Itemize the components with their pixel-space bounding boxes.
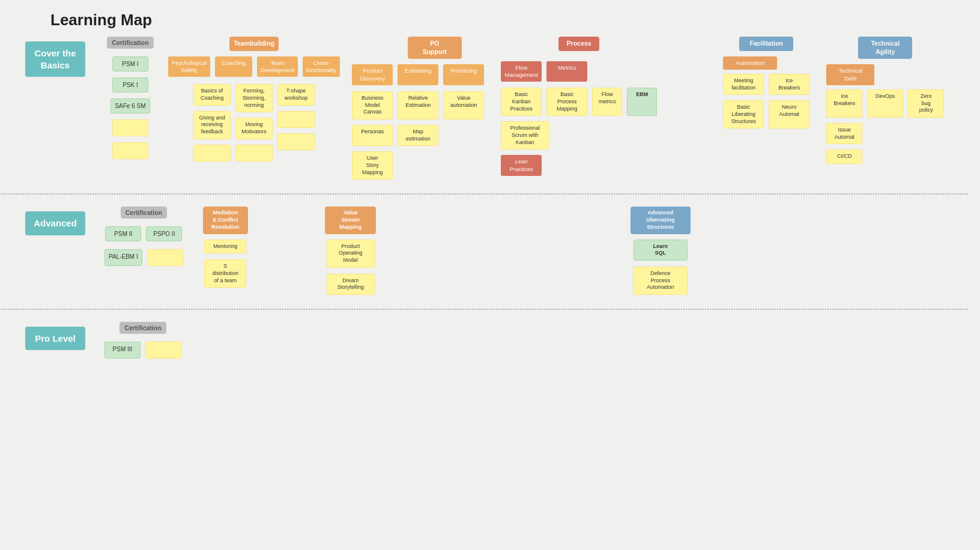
vsm-cards: ProductOperatingModel DreamStorytelling: [325, 238, 376, 297]
card-pal-ebm[interactable]: PAL-EBM I: [104, 249, 142, 266]
card-psm2[interactable]: PSM II: [105, 226, 141, 241]
col-tech-agility: TechnicalAgility TechnicalDebt IceBreake…: [825, 37, 945, 166]
col-process: Process FlowManagement Metrics BasicKanb…: [500, 37, 658, 178]
card-basic-kanban[interactable]: BasicKanbanPractices: [501, 88, 542, 116]
card-basic-liberating[interactable]: BasicLiberatingStructures: [723, 100, 764, 128]
card-zero-bug[interactable]: Zerobugpolicy: [908, 89, 944, 118]
col-facilitation: Facilitation Automation Meetingfacilitat…: [722, 37, 811, 132]
card-adv-blank[interactable]: [147, 249, 183, 266]
card-user-story-map[interactable]: UserStoryMapping: [352, 151, 393, 180]
card-cross-func[interactable]: Cross-functionality: [303, 56, 340, 77]
card-psk1[interactable]: PSK I: [112, 77, 148, 92]
card-dream-storytelling[interactable]: DreamStorytelling: [327, 274, 375, 295]
basics-columns: Certification PSM I PSK I SAFe 6 SM Team…: [103, 37, 968, 181]
card-cicd[interactable]: CI/CD: [826, 150, 862, 164]
card-automation[interactable]: Automation: [723, 56, 777, 70]
col-po-support: POSupport ProductDiscovery Estimating Pr…: [351, 37, 485, 181]
card-blank-tb2[interactable]: [235, 145, 273, 162]
card-issue-automat[interactable]: IssueAutomat: [826, 123, 862, 144]
cert-header-advanced: Certification: [121, 207, 167, 219]
card-estimating[interactable]: Estimating: [398, 64, 438, 85]
section-cover-basics: Cover theBasics Certification PSM I PSK …: [25, 37, 968, 181]
mediation-cards: Mentoring Sdistributionof a team: [203, 238, 247, 290]
header-adv-liberating: AdvancedUbernatingStructures: [631, 207, 691, 234]
card-coaching[interactable]: Coaching: [215, 56, 252, 77]
card-defence-process[interactable]: DefenceProcessAutomation: [634, 267, 688, 295]
card-giving-feedback[interactable]: Giving andreceivingfeedback: [193, 111, 231, 139]
card-cert-blank1[interactable]: [112, 119, 148, 136]
card-pro-blank[interactable]: [145, 342, 181, 358]
header-process: Process: [558, 37, 599, 51]
card-prioritizing[interactable]: Prioritizing: [443, 64, 484, 85]
card-flow-metrics[interactable]: Flowmetrics: [592, 88, 622, 116]
learning-map: Learning Map Cover theBasics Certificati…: [0, 0, 980, 384]
card-product-discovery[interactable]: ProductDiscovery: [352, 64, 393, 85]
col-vsm: ValueStreamMapping ProductOperatingModel…: [321, 207, 381, 297]
card-basics-coaching[interactable]: Basics ofCoaching: [193, 84, 231, 105]
card-blank-tb4[interactable]: [277, 133, 315, 150]
card-learn-sql[interactable]: LearnSQL: [634, 240, 688, 261]
cert-cards-pro: PSM III: [103, 340, 183, 360]
card-meeting-facilitation[interactable]: Meetingfacilitation: [723, 74, 764, 95]
adv-liberating-cards: LearnSQL DefenceProcessAutomation: [632, 238, 689, 297]
card-moving-motivators[interactable]: MovingMotivators: [235, 118, 273, 139]
card-lean-practices[interactable]: LeanPractices: [501, 155, 542, 176]
card-forming[interactable]: Forming,Storming,norming: [235, 84, 273, 112]
section-label-advanced: Advanced: [25, 211, 85, 235]
card-psm1[interactable]: PSM I: [112, 56, 148, 71]
card-personas[interactable]: Personas: [352, 125, 393, 146]
card-basic-process-map[interactable]: BasicProcessMapping: [546, 88, 587, 116]
card-bmc[interactable]: BusinessModelCanvas: [352, 91, 393, 119]
card-psm3[interactable]: PSM III: [104, 342, 141, 358]
card-tech-debt[interactable]: TechnicalDebt: [826, 64, 874, 85]
card-ice-breakers[interactable]: IceBreakers: [769, 74, 809, 95]
header-tech-agility: TechnicalAgility: [858, 37, 912, 59]
pro-columns: Certification PSM III: [103, 322, 968, 360]
card-cert-blank2[interactable]: [112, 142, 148, 159]
header-po-support: POSupport: [408, 37, 462, 59]
cert-column-basics: Certification PSM I PSK I SAFe 6 SM: [103, 37, 157, 161]
card-s-distribution[interactable]: Sdistributionof a team: [204, 259, 246, 288]
col-mediation: Mediation& ConflictResolution Mentoring …: [200, 207, 251, 289]
section-label-basics: Cover theBasics: [25, 41, 85, 77]
card-neuro-automat[interactable]: NeuroAutomat: [769, 100, 809, 128]
card-safe6sm[interactable]: SAFe 6 SM: [110, 98, 150, 113]
section-pro-level: Pro Level Certification PSM III: [25, 322, 968, 360]
cert-header: Certification: [107, 37, 153, 49]
card-map-estimation[interactable]: Mapestimation: [398, 125, 438, 146]
card-flow-mgmt[interactable]: FlowManagement: [501, 61, 542, 82]
header-vsm: ValueStreamMapping: [325, 207, 376, 234]
header-facilitation: Facilitation: [739, 37, 793, 51]
card-ice-breakers2[interactable]: IceBreakers: [826, 89, 862, 118]
page-title: Learning Map: [25, 0, 968, 37]
header-mediation: Mediation& ConflictResolution: [203, 207, 248, 234]
cert-cards-advanced: PSM II PSPO II PAL-EBM I: [103, 225, 184, 268]
cert-header-pro: Certification: [119, 322, 166, 334]
card-psych-safety[interactable]: PsychologicalSafety: [168, 56, 210, 77]
advanced-columns: Certification PSM II PSPO II PAL-EBM I M…: [103, 207, 968, 297]
cert-cards-basics: PSM I PSK I SAFe 6 SM: [109, 55, 151, 161]
card-devops[interactable]: DevOps: [867, 89, 903, 118]
col-adv-liberating: AdvancedUbernatingStructures LearnSQL De…: [625, 207, 697, 297]
cards-teambuilding-headers: PsychologicalSafety Coaching TeamDevelop…: [167, 55, 341, 163]
card-value-automation[interactable]: Valueautomation: [443, 91, 484, 119]
header-teambuilding: Teambuilding: [229, 37, 278, 51]
card-pspo2[interactable]: PSPO II: [146, 226, 182, 241]
card-blank-tb1[interactable]: [193, 145, 231, 162]
card-blank-tb3[interactable]: [277, 111, 315, 128]
card-ebm[interactable]: EBM: [627, 88, 657, 116]
cert-column-advanced: Certification PSM II PSPO II PAL-EBM I: [103, 207, 184, 268]
card-tshape[interactable]: T-shapeworkshop: [277, 84, 315, 105]
card-mentoring[interactable]: Mentoring: [204, 240, 246, 254]
card-metrics[interactable]: Metrics: [546, 61, 587, 82]
po-support-content: ProductDiscovery Estimating Prioritizing…: [351, 62, 485, 181]
facilitation-content: Automation Meetingfacilitation IceBreake…: [722, 55, 811, 133]
divider-1: [0, 193, 968, 195]
process-content: FlowManagement Metrics BasicKanbanPracti…: [500, 59, 658, 178]
card-product-op-model[interactable]: ProductOperatingModel: [327, 240, 375, 268]
section-label-pro: Pro Level: [25, 327, 85, 351]
card-relative-est[interactable]: RelativeEstimation: [398, 91, 438, 119]
card-prof-kanban[interactable]: ProfessionalScrum withKanban: [501, 121, 549, 150]
card-team-dev[interactable]: TeamDevelopment: [257, 56, 298, 77]
section-advanced: Advanced Certification PSM II PSPO II PA…: [25, 207, 968, 297]
